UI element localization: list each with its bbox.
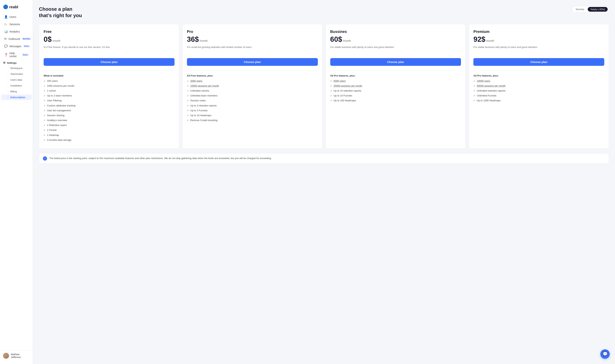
- plan-description: It's Free forever. If you decide to use …: [44, 45, 174, 54]
- feature-text: User Filtering: [47, 99, 62, 102]
- sub-label-billing: Billing: [10, 90, 17, 93]
- feature-item: ✓ 2000 users: [187, 79, 318, 83]
- sidebar-item-users[interactable]: 👤 Users: [1, 13, 32, 20]
- check-icon: ✓: [44, 124, 46, 127]
- feature-text: Unlimited team members: [190, 94, 218, 97]
- plan-card-free: Free 0$ /month It's Free forever. If you…: [39, 24, 179, 149]
- sidebar-item-subscription[interactable]: → Subscription: [1, 95, 32, 100]
- helpcenter-soon-badge: Soon: [22, 53, 29, 56]
- feature-text: 1 cohort: [47, 89, 56, 92]
- feature-item: ✓ 1 Heatmap: [44, 133, 174, 137]
- check-icon: ✓: [187, 109, 189, 112]
- choose-plan-button-premium[interactable]: Choose plan: [473, 58, 604, 66]
- messages-icon: 💬: [4, 44, 8, 48]
- sidebar-item-workspace[interactable]: → Workspace: [1, 65, 32, 71]
- sidebar-item-sessions[interactable]: ▷ Sessions: [1, 21, 32, 28]
- sidebar-item-usersdata[interactable]: → Users data: [1, 77, 32, 83]
- check-icon: ✓: [187, 104, 189, 107]
- choose-plan-button-free[interactable]: Choose plan: [44, 58, 174, 66]
- feature-text: Up to 10 retention reports: [334, 89, 361, 92]
- footer-note-text: The listed price is the starting point, …: [49, 156, 272, 160]
- plan-amount: 92$: [473, 35, 485, 43]
- check-icon: ✓: [330, 99, 332, 102]
- feature-item: ✓ 25000 sessions per month: [330, 84, 461, 88]
- plan-card-business: Bussines 60$ /month For stable business …: [326, 24, 466, 149]
- check-icon: ✓: [187, 99, 189, 102]
- feature-text: Up to 10 Funnels: [334, 94, 352, 97]
- feature-text: Up to 3 retention reports: [190, 104, 217, 107]
- feature-item: ✓ Unlimited team members: [187, 94, 318, 97]
- features-title: What is included:: [44, 74, 174, 77]
- plan-description: For small but growing websites with limi…: [187, 45, 318, 54]
- feature-text: 1 Retention report: [47, 124, 66, 127]
- check-icon: ✓: [473, 79, 475, 83]
- nav-label-messages: Messages: [9, 45, 21, 48]
- feature-text: 2000 users: [190, 79, 202, 83]
- settings-section: ⚙ Settings: [0, 60, 33, 65]
- feature-text: 1 Funnel: [47, 129, 57, 132]
- sidebar-item-messages[interactable]: 💬 Messages Soon: [1, 43, 32, 50]
- sub-label-workspace: Workspace: [10, 67, 23, 70]
- feature-text: Unlimited cohorts: [190, 89, 209, 92]
- plan-card-pro: Pro 36$ /month For small but growing web…: [182, 24, 323, 149]
- check-icon: ✓: [44, 84, 46, 88]
- plan-price: 0$ /month: [44, 35, 174, 43]
- sidebar-item-installation[interactable]: → Installation: [1, 83, 32, 88]
- yearly-toggle[interactable]: Yearly (-20%): [588, 7, 608, 12]
- nav-label-outbound: Outbound: [8, 38, 20, 40]
- arrow-icon: →: [7, 85, 9, 87]
- user-profile[interactable]: Mathew Jefferson: [0, 350, 33, 361]
- sidebar-item-helpcenter[interactable]: ❓ Help center Soon: [1, 50, 32, 59]
- choose-plan-button-pro[interactable]: Choose plan: [187, 58, 318, 66]
- page-title: Choose a plan that's right for you: [39, 6, 82, 19]
- user-name: Mathew Jefferson: [11, 353, 30, 359]
- check-icon: ✓: [473, 89, 475, 92]
- chat-button[interactable]: 💬: [600, 349, 610, 359]
- plan-price: 36$ /month: [187, 35, 318, 43]
- check-icon: ✓: [44, 89, 46, 92]
- settings-icon: ⚙: [3, 61, 5, 65]
- feature-text: 50000 sessions per month: [477, 84, 505, 88]
- messages-soon-badge: Soon: [23, 45, 30, 47]
- plan-name: Premium: [473, 29, 604, 34]
- feature-item: ✓ Unlimited cohorts: [187, 89, 318, 92]
- nav-label-analytics: Analytics: [9, 30, 20, 33]
- logo-icon: 🔵: [3, 4, 8, 9]
- plan-period: /month: [343, 39, 351, 42]
- plan-amount: 36$: [187, 35, 199, 43]
- check-icon: ✓: [187, 94, 189, 97]
- sidebar-item-outbound[interactable]: ✉ Outbound Monthly: [1, 35, 32, 42]
- monthly-toggle[interactable]: Monthly: [573, 7, 587, 12]
- feature-item: ✓ Up to 1000 Heatmaps: [473, 99, 604, 102]
- check-icon: ✓: [473, 99, 475, 102]
- feature-text: User list management: [47, 109, 71, 112]
- feature-item: ✓ 1 Funnel: [44, 129, 174, 132]
- feature-text: 25000 sessions per month: [334, 84, 362, 88]
- sidebar-item-billing[interactable]: → Billing: [1, 89, 32, 94]
- sessions-icon: ▷: [4, 22, 8, 26]
- feature-text: 5000 users: [334, 79, 346, 83]
- choose-plan-button-business[interactable]: Choose plan: [330, 58, 461, 66]
- check-icon: ✓: [44, 119, 46, 122]
- check-icon: ✓: [44, 79, 46, 83]
- plan-name: Pro: [187, 29, 318, 34]
- check-icon: ✓: [330, 89, 332, 92]
- feature-item: ✓ Unlimited retention reports: [473, 89, 604, 92]
- check-icon: ✓: [44, 94, 46, 97]
- feature-text: 1 Heatmap: [47, 133, 59, 137]
- nav-label-users: Users: [9, 15, 16, 18]
- main-content: Choose a plan that's right for you Month…: [33, 0, 615, 364]
- sidebar-item-teammates[interactable]: → Teammates: [1, 71, 32, 77]
- feature-text: Up to 1000 Heatmaps: [477, 99, 500, 102]
- feature-item: ✓ User list management: [44, 109, 174, 112]
- feature-item: ✓ Unlimited Funnels: [473, 94, 604, 97]
- feature-item: ✓ 1000 sessions per month: [44, 84, 174, 88]
- check-icon: ✓: [44, 129, 46, 132]
- plan-price: 60$ /month: [330, 35, 461, 43]
- check-icon: ✓: [330, 79, 332, 83]
- arrow-active-icon: →: [7, 96, 9, 99]
- sidebar-item-analytics[interactable]: 📊 Analytics: [1, 28, 32, 35]
- logo[interactable]: 🔵 reabl: [0, 3, 33, 13]
- check-icon: ✓: [44, 134, 46, 137]
- feature-item: ✓ Up to 3 retention reports: [187, 104, 318, 107]
